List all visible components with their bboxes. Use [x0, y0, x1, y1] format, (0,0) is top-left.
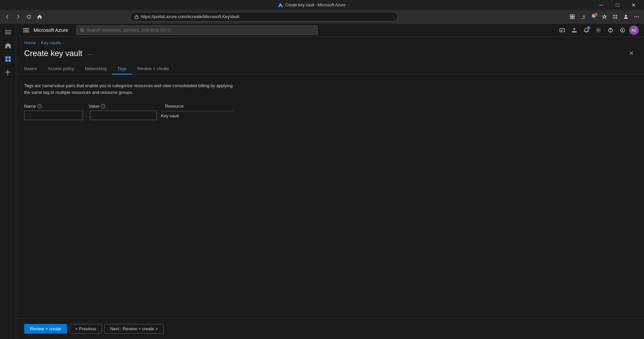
- tab-review-create[interactable]: Review + create: [132, 63, 174, 74]
- upload-button[interactable]: [569, 25, 580, 36]
- minimize-button[interactable]: ─: [594, 0, 609, 10]
- topnav-right: 1 AZ: [557, 25, 639, 36]
- value-header-label: Value: [89, 104, 99, 109]
- azure-favicon-icon: [278, 2, 283, 8]
- svg-point-11: [634, 16, 635, 17]
- profile-button[interactable]: [621, 12, 631, 21]
- value-info-icon[interactable]: ⓘ: [101, 104, 105, 109]
- svg-point-12: [636, 16, 637, 17]
- back-button[interactable]: [3, 12, 12, 21]
- address-bar[interactable]: https://portal.azure.com/#create/Microso…: [130, 12, 398, 21]
- search-icon: [80, 28, 85, 33]
- svg-point-26: [598, 30, 599, 31]
- cloud-shell-button[interactable]: [557, 25, 568, 36]
- notification-browser-button[interactable]: 1: [589, 12, 598, 21]
- collections-button[interactable]: [610, 12, 620, 21]
- svg-rect-0: [135, 16, 138, 18]
- tab-tags[interactable]: Tags: [112, 63, 132, 74]
- more-button[interactable]: [632, 12, 641, 21]
- svg-rect-20: [8, 59, 11, 62]
- lock-icon: [134, 14, 139, 19]
- sidebar-item-home[interactable]: [2, 40, 14, 52]
- user-avatar[interactable]: AZ: [629, 25, 639, 35]
- resource-column: Key vault: [161, 111, 235, 120]
- tags-table: Name ⓘ Value ⓘ Resource :: [24, 104, 636, 120]
- close-window-button[interactable]: ✕: [626, 0, 641, 10]
- svg-rect-14: [5, 30, 11, 31]
- azure-logo: Microsoft Azure: [34, 27, 68, 33]
- sidebar-item-menu[interactable]: [2, 26, 14, 38]
- table-row: : Key vault: [24, 111, 636, 120]
- svg-rect-8: [613, 17, 615, 19]
- description-text: Tags are name/value pairs that enable yo…: [24, 82, 239, 96]
- breadcrumb-key-vaults[interactable]: Key vaults: [41, 40, 61, 45]
- favorites-button[interactable]: [600, 12, 609, 21]
- name-info-icon[interactable]: ⓘ: [37, 104, 42, 109]
- tab-networking[interactable]: Networking: [79, 63, 112, 74]
- svg-rect-21: [23, 28, 29, 29]
- search-input[interactable]: [87, 27, 314, 33]
- tag-separator: :: [86, 113, 87, 118]
- page-more-button[interactable]: ...: [86, 49, 93, 58]
- svg-rect-1: [570, 15, 572, 16]
- browser-titlebar: Create key vault - Microsoft Azure ─ □ ✕: [0, 0, 644, 10]
- home-button[interactable]: [35, 12, 44, 21]
- browser-frame: Create key vault - Microsoft Azure ─ □ ✕…: [0, 0, 644, 23]
- svg-rect-2: [573, 15, 574, 16]
- toolbar-right: 1: [568, 12, 641, 21]
- feedback-button[interactable]: [617, 25, 628, 36]
- maximize-button[interactable]: □: [610, 0, 625, 10]
- breadcrumb-sep-1: ›: [38, 41, 39, 45]
- sidebar-item-add[interactable]: [2, 66, 14, 78]
- azure-app: Microsoft Azure 1: [0, 23, 644, 339]
- svg-point-13: [638, 16, 639, 17]
- content-area: Home › Key vaults › Create key vault ...…: [16, 37, 644, 339]
- browser-extension-button[interactable]: [578, 12, 588, 21]
- notification-badge: 1: [594, 13, 598, 16]
- window-controls: ─ □ ✕: [594, 0, 641, 10]
- svg-point-28: [610, 31, 611, 32]
- svg-rect-22: [23, 30, 29, 31]
- tags-table-header: Name ⓘ Value ⓘ Resource: [24, 104, 636, 109]
- bottom-bar: Review + create < Previous Next : Review…: [16, 318, 644, 339]
- breadcrumb-sep-2: ›: [63, 41, 64, 45]
- refresh-button[interactable]: [24, 12, 34, 21]
- svg-rect-23: [23, 32, 29, 32]
- tabs: Basics Access policy Networking Tags Rev…: [16, 63, 644, 74]
- tag-value-input[interactable]: [90, 111, 157, 120]
- notifications-button[interactable]: 1: [581, 25, 592, 36]
- sidebar-item-dashboard[interactable]: [2, 53, 14, 65]
- global-search[interactable]: [76, 25, 318, 35]
- close-panel-button[interactable]: ✕: [627, 49, 636, 58]
- sidebar: [0, 23, 16, 339]
- svg-rect-15: [5, 32, 11, 33]
- hamburger-menu[interactable]: [21, 25, 31, 35]
- next-button[interactable]: Next : Review + create >: [104, 324, 163, 334]
- page-header: Create key vault ... ✕: [16, 47, 644, 63]
- name-header-label: Name: [24, 104, 36, 109]
- page-title: Create key vault: [24, 49, 82, 58]
- previous-button[interactable]: < Previous: [70, 324, 102, 334]
- svg-rect-9: [615, 17, 617, 19]
- breadcrumb-home[interactable]: Home: [24, 40, 36, 45]
- resource-divider: [161, 111, 233, 111]
- browser-toolbar: https://portal.azure.com/#create/Microso…: [0, 10, 644, 23]
- value-column-header: Value ⓘ: [89, 104, 162, 109]
- extensions-button[interactable]: [568, 12, 577, 21]
- help-button[interactable]: [605, 25, 616, 36]
- svg-rect-6: [613, 15, 615, 16]
- browser-title-area: Create key vault - Microsoft Azure: [278, 2, 345, 8]
- svg-point-24: [80, 29, 83, 31]
- svg-rect-4: [573, 17, 574, 19]
- settings-button[interactable]: [593, 25, 604, 36]
- tag-name-input[interactable]: [24, 111, 83, 120]
- svg-rect-7: [615, 15, 617, 16]
- svg-rect-3: [570, 17, 572, 19]
- breadcrumb: Home › Key vaults ›: [16, 37, 644, 47]
- review-create-button[interactable]: Review + create: [24, 324, 67, 334]
- tab-basics[interactable]: Basics: [24, 63, 42, 74]
- forward-button[interactable]: [13, 12, 23, 21]
- tab-access-policy[interactable]: Access policy: [42, 63, 79, 74]
- url-text: https://portal.azure.com/#create/Microso…: [141, 14, 239, 19]
- resource-text: Key vault: [161, 112, 235, 120]
